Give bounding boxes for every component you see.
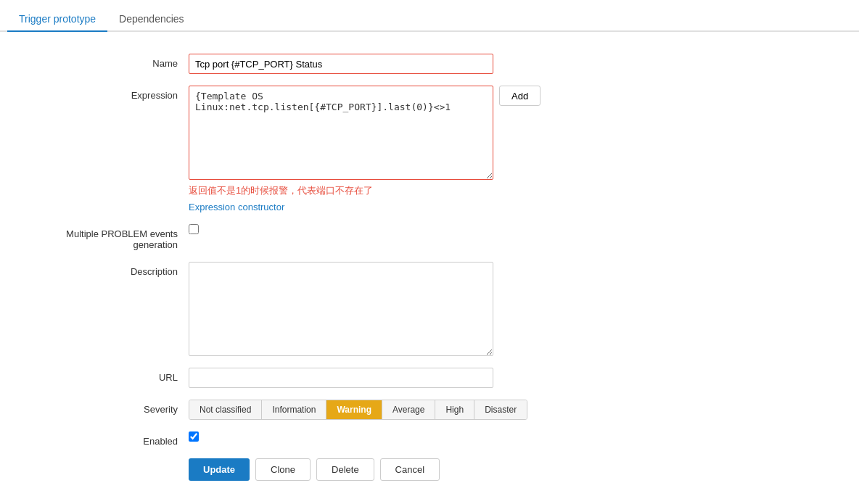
severity-high[interactable]: High [435, 400, 474, 419]
url-input[interactable] [189, 368, 493, 388]
expression-constructor-link[interactable]: Expression constructor [189, 202, 493, 212]
enabled-checkbox[interactable] [189, 431, 199, 442]
severity-warning[interactable]: Warning [326, 400, 382, 419]
multiple-problem-field [189, 224, 624, 234]
severity-group: Not classified Information Warning Avera… [189, 400, 527, 420]
tabs-bar: Trigger prototype Dependencies [0, 7, 859, 32]
expression-field-container: 返回值不是1的时候报警，代表端口不存在了 Expression construc… [189, 86, 624, 212]
name-row: Name [22, 54, 837, 74]
add-button[interactable]: Add [499, 86, 541, 106]
multiple-problem-row: Multiple PROBLEM events generation [22, 224, 837, 250]
severity-information[interactable]: Information [262, 400, 326, 419]
description-label: Description [22, 262, 189, 277]
enabled-label: Enabled [22, 431, 189, 447]
tab-dependencies[interactable]: Dependencies [107, 7, 196, 32]
url-row: URL [22, 368, 837, 388]
severity-average[interactable]: Average [382, 400, 435, 419]
name-input[interactable] [189, 54, 493, 74]
action-buttons: Update Clone Delete Cancel [22, 458, 837, 481]
tab-trigger-prototype[interactable]: Trigger prototype [7, 7, 107, 32]
expression-label: Expression [22, 86, 189, 101]
description-textarea[interactable] [189, 262, 493, 356]
description-field-container [189, 262, 624, 356]
enabled-row: Enabled [22, 431, 837, 447]
form-container: Name Expression 返回值不是1的时候报警，代表端口不存在了 Exp… [0, 46, 859, 488]
expression-column: 返回值不是1的时候报警，代表端口不存在了 Expression construc… [189, 86, 493, 212]
severity-not-classified[interactable]: Not classified [189, 400, 262, 419]
delete-button[interactable]: Delete [316, 458, 374, 481]
clone-button[interactable]: Clone [255, 458, 311, 481]
url-label: URL [22, 368, 189, 383]
update-button[interactable]: Update [189, 458, 250, 481]
expression-hint: 返回值不是1的时候报警，代表端口不存在了 [189, 184, 493, 197]
name-field-container [189, 54, 624, 74]
severity-field-container: Not classified Information Warning Avera… [189, 400, 624, 420]
expression-textarea[interactable] [189, 86, 493, 180]
multiple-problem-label: Multiple PROBLEM events generation [22, 224, 189, 250]
description-row: Description [22, 262, 837, 356]
expression-row: Expression 返回值不是1的时候报警，代表端口不存在了 Expressi… [22, 86, 837, 212]
url-field-container [189, 368, 624, 388]
page-container: Trigger prototype Dependencies Name Expr… [0, 0, 859, 495]
severity-row: Severity Not classified Information Warn… [22, 400, 837, 420]
name-label: Name [22, 54, 189, 69]
severity-disaster[interactable]: Disaster [474, 400, 527, 419]
enabled-field [189, 431, 624, 442]
multiple-problem-checkbox[interactable] [189, 224, 199, 234]
cancel-button[interactable]: Cancel [380, 458, 440, 481]
severity-label: Severity [22, 400, 189, 415]
